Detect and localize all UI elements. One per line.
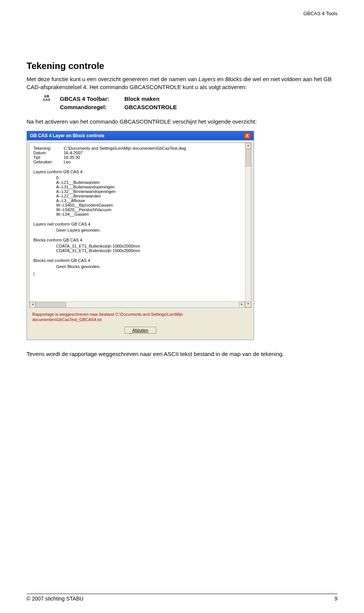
- scroll-up-icon[interactable]: ▲: [245, 143, 251, 149]
- rapport-message: Rapportage is weggeschreven naar bestand…: [29, 308, 251, 324]
- list-item: A--L32__Binnenwandopeningen: [56, 189, 247, 194]
- intro-p2: en: [216, 76, 225, 82]
- dialog-title-text: GB CAS 4 Layer en Block controle: [30, 133, 104, 138]
- meta-label: Tekening:: [33, 146, 64, 151]
- footer-page-number: 9: [334, 596, 337, 602]
- after-dialog-text: Tevens wordt de rapportage weggeschreven…: [27, 350, 337, 358]
- header-text: GBCAS 4 Tools: [303, 11, 337, 16]
- section-header: Layers niet conform GB CAS 4: [33, 222, 247, 226]
- after-activation-text: Na het activeren van het commando GBCASC…: [27, 118, 337, 125]
- meta-value: C:\Documents and Settings\Leo\Mijn docum…: [64, 146, 186, 151]
- scroll-track[interactable]: [245, 149, 251, 301]
- intro-p1: Met deze functie kunt u een overzicht ge…: [27, 76, 199, 82]
- scroll-track[interactable]: [36, 302, 239, 307]
- gbcas-icon: GB CAS: [42, 95, 51, 102]
- intro-text: Met deze functie kunt u een overzicht ge…: [27, 75, 337, 91]
- close-icon[interactable]: X: [244, 133, 251, 139]
- scroll-right-icon[interactable]: ►: [239, 302, 245, 308]
- list-item: Geen Layers gevonden.: [56, 228, 247, 232]
- toolbar-label: GBCAS 4 Toolbar:: [60, 95, 124, 103]
- meta-value: 16-4-2007: [64, 151, 83, 155]
- section-header: Layers conform GB CAS 4: [33, 169, 247, 174]
- scroll-left-icon[interactable]: ◄: [30, 302, 36, 308]
- meta-value: 16:35:30: [64, 155, 80, 160]
- list-item: W--L5420__PersluchtVacuum: [56, 207, 247, 212]
- scrollbar-horizontal[interactable]: ◄ ►: [30, 301, 245, 307]
- scroll-thumb[interactable]: [246, 149, 251, 166]
- meta-label: Datum:: [33, 151, 64, 155]
- meta-label: Tijd:: [33, 155, 64, 160]
- list-item: CDATA_31_ET1_Buitenkozijn 1500x2000mm: [56, 248, 247, 253]
- scroll-thumb[interactable]: [36, 302, 66, 307]
- meta-value: Leo: [64, 160, 71, 164]
- commandline-value: GBCASCONTROLE: [124, 103, 177, 111]
- list-item: A--L3__Afbouw: [56, 198, 247, 203]
- dialog-window: GB CAS 4 Layer en Block controle X Teken…: [27, 131, 254, 340]
- page-title: Tekening controle: [27, 61, 337, 71]
- afsluiten-button[interactable]: Afsluiten: [124, 327, 156, 334]
- toolbar-block: GB CAS GBCAS 4 Toolbar: Block maken Comm…: [42, 95, 337, 111]
- scrollbar-vertical[interactable]: ▲ ▼: [245, 143, 251, 307]
- page-body: Tekening controle Met deze functie kunt …: [27, 61, 337, 358]
- intro-em1: Layers: [199, 76, 216, 82]
- section-header: Blocks niet conform GB CAS 4: [33, 258, 247, 263]
- meta-label: Gebruiker:: [33, 160, 64, 164]
- page-footer: © 2007 stichting STABU 9: [27, 594, 337, 602]
- toolbar-row-2: Commandoregel: GBCASCONTROLE: [60, 103, 177, 111]
- list-item: A--L31__Buitenwandopeningen: [56, 185, 247, 189]
- commandline-label: Commandoregel:: [60, 103, 124, 111]
- scroll-down-icon[interactable]: ▼: [245, 301, 251, 307]
- gb-icon-bot: CAS: [43, 98, 50, 102]
- cursor: |: [33, 271, 247, 276]
- list-item: CDATA_31_ET1_Buitenkozijn 1000x2000mm: [56, 244, 247, 248]
- list-item: Geen Blocks gevonden.: [56, 264, 247, 269]
- toolbar-row-1: GBCAS 4 Toolbar: Block maken: [60, 95, 177, 103]
- toolbar-value: Block maken: [124, 95, 160, 103]
- list-item: W--L54__Gassen: [56, 212, 247, 216]
- list-item: A--L22__Binnenwanden: [56, 194, 247, 198]
- intro-em2: Blocks: [225, 76, 242, 82]
- footer-copyright: © 2007 stichting STABU: [27, 596, 83, 602]
- list-item: W--L5450__BijzondereGassen: [56, 203, 247, 207]
- list-item: A--L21__Buitenwanden: [56, 180, 247, 185]
- dialog-titlebar[interactable]: GB CAS 4 Layer en Block controle X: [27, 131, 254, 140]
- dialog-content: Tekening:C:\Documents and Settings\Leo\M…: [29, 143, 251, 308]
- section-header: Blocks conform GB CAS 4: [33, 238, 247, 242]
- list-item: 0: [56, 176, 247, 180]
